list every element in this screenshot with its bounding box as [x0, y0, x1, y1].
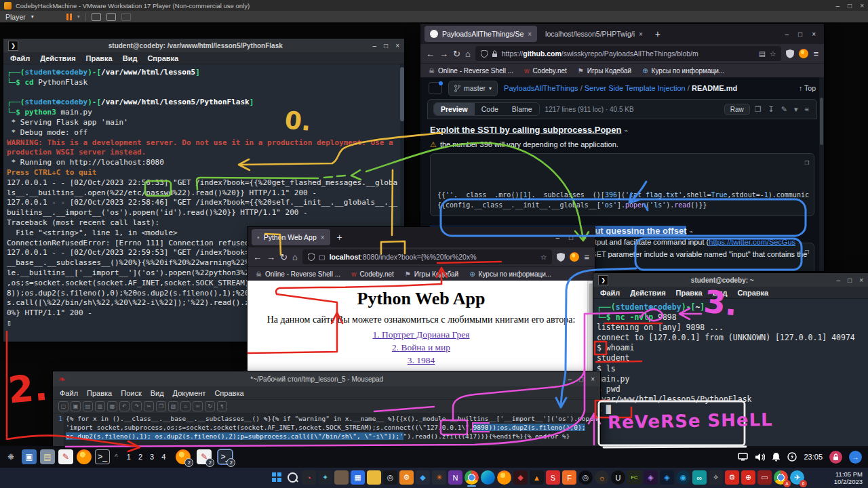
bookmark-item[interactable]: ⚑Игры Кодебай	[578, 67, 631, 75]
app-icon[interactable]: ◎	[383, 470, 397, 485]
reload-icon[interactable]: ↻	[280, 252, 288, 262]
app-icon[interactable]: ◎	[578, 470, 593, 485]
menu-item[interactable]: Правка	[86, 54, 113, 62]
minimize-icon[interactable]: –	[568, 375, 572, 383]
edit-caret-icon[interactable]: ▾	[792, 105, 800, 114]
app-icon[interactable]	[334, 470, 349, 485]
protections-shield-icon[interactable]	[786, 49, 794, 58]
url-bar[interactable]: ▢ localhost:8080/index?book={%%20for%20x…	[302, 249, 553, 264]
file-tree-toggle-icon[interactable]	[429, 82, 442, 94]
player-menu[interactable]: Player	[5, 13, 26, 21]
terminal-window-netcat[interactable]: ❯ student@codeby: ~ – □ × ФайлДействияПр…	[593, 273, 868, 446]
chrome-icon[interactable]: A	[774, 470, 788, 485]
app-icon[interactable]: ◈	[644, 470, 658, 485]
book-link[interactable]: 1. Портрет Дориана Грея	[248, 328, 595, 341]
minimize-icon[interactable]: –	[836, 2, 840, 9]
firefox-icon[interactable]: 2	[176, 449, 191, 464]
start-button[interactable]	[272, 472, 281, 482]
app-icon[interactable]: ▲	[530, 470, 544, 485]
outline-icon[interactable]: ≡	[803, 105, 811, 113]
fullscreen-icon[interactable]	[106, 13, 116, 21]
app-icon[interactable]: ▣	[22, 449, 37, 464]
app-icon[interactable]: ◆	[416, 470, 430, 485]
close-tab-icon[interactable]: ×	[528, 30, 532, 38]
send-ctrl-alt-del-icon[interactable]	[92, 13, 101, 21]
toolbar-icon[interactable]: ↷	[132, 401, 142, 411]
mousepad-window[interactable]: ❧ *~/Рабочий стол/tmp_lesson_5 - Mousepa…	[53, 371, 600, 446]
toolbar-icon[interactable]: ❐	[156, 401, 166, 411]
back-icon[interactable]: ←	[426, 49, 435, 59]
terminal-titlebar[interactable]: ❯ student@codeby: ~ – □ ×	[593, 273, 868, 287]
app-icon[interactable]: ✎	[58, 449, 73, 464]
app-icon[interactable]: ✳	[432, 470, 446, 485]
close-icon[interactable]: ×	[395, 42, 399, 49]
maximize-icon[interactable]: □	[848, 2, 852, 9]
toolbar-icon[interactable]: ∞	[193, 401, 203, 411]
file-tab-blame[interactable]: Blame	[505, 103, 539, 115]
back-icon[interactable]: ←	[253, 252, 262, 262]
terminal-output[interactable]: ┌──(student⊛codeby)-[~]└─$ nc -nvlp 9898…	[593, 299, 868, 446]
toolbar-icon[interactable]: ▤	[83, 401, 93, 411]
app-icon[interactable]: S	[546, 470, 560, 485]
twitter-link[interactable]: https://twitter.com/SecGus	[709, 238, 795, 246]
close-icon[interactable]: ×	[860, 2, 864, 9]
app-icon[interactable]: ▭	[757, 470, 772, 485]
pause-caret[interactable]: ▾	[77, 14, 80, 20]
firefox-icon[interactable]	[77, 449, 92, 464]
chrome-icon[interactable]	[465, 470, 479, 485]
toolbar-icon[interactable]: ▦	[107, 401, 117, 411]
file-tab-code[interactable]: Code	[475, 103, 505, 115]
firefox-account-icon[interactable]	[799, 49, 808, 58]
logout-button[interactable]: →	[849, 451, 862, 464]
maximize-icon[interactable]: □	[579, 375, 583, 383]
edge-icon[interactable]	[481, 470, 495, 485]
workspace-switcher[interactable]: 1 2 3 4	[127, 453, 169, 461]
app-icon[interactable]: ❈	[3, 449, 18, 464]
volume-icon[interactable]	[755, 453, 765, 462]
lock-screen-button[interactable]	[829, 451, 842, 464]
app-icon[interactable]: ✈6	[790, 470, 804, 485]
app-icon[interactable]: ▦	[351, 470, 365, 485]
mousepad-titlebar[interactable]: ❧ *~/Рабочий стол/tmp_lesson_5 - Mousepa…	[53, 371, 600, 386]
toolbar-icon[interactable]: ✂	[144, 401, 154, 411]
breadcrumb-folder[interactable]: Server Side Template Injection	[585, 84, 686, 92]
kali-clock[interactable]: 23:05	[804, 453, 823, 461]
edit-pencil-icon[interactable]: ✎	[779, 105, 789, 114]
app-icon[interactable]: N	[448, 470, 462, 485]
firefox-icon[interactable]	[497, 470, 511, 485]
maximize-icon[interactable]: □	[798, 30, 802, 38]
bookmark-item[interactable]: ⊕Курсы по информаци...	[469, 270, 551, 278]
app-icon[interactable]: >_	[95, 449, 110, 464]
close-icon[interactable]: ×	[812, 30, 816, 38]
protections-shield-icon[interactable]	[557, 253, 565, 262]
app-icon[interactable]: ◔	[302, 470, 316, 485]
app-icon[interactable]: ▤	[40, 449, 55, 464]
minimize-icon[interactable]: –	[556, 234, 560, 241]
maximize-icon[interactable]: □	[569, 234, 573, 241]
reader-mode-icon[interactable]: ▤	[759, 49, 766, 58]
app-icon[interactable]: ✎2	[197, 449, 212, 464]
menu-item[interactable]: Правка	[676, 289, 703, 297]
bookmark-item[interactable]: ⊕Курсы по информаци...	[642, 67, 724, 75]
toolbar-icon[interactable]: ▢	[58, 401, 68, 411]
copy-code-icon[interactable]: ❐	[804, 157, 809, 167]
anchor-link-icon[interactable]: ⌁	[689, 228, 693, 235]
maximize-icon[interactable]: □	[384, 42, 388, 49]
toolbar-icon[interactable]: ↻	[205, 401, 215, 411]
menu-item[interactable]: Поиск	[121, 389, 141, 397]
player-menu-caret[interactable]: ▾	[31, 14, 34, 20]
menu-item[interactable]: Правка	[87, 389, 112, 397]
app-icon[interactable]	[367, 470, 381, 485]
terminal-titlebar[interactable]: ❯ student@codeby: /var/www/html/lesson5/…	[3, 39, 404, 52]
editor-text[interactable]: {% for x in ().__class__.__base__.__subc…	[64, 413, 600, 446]
app-icon[interactable]: ⚙	[399, 470, 414, 485]
book-link[interactable]: 2. Война и мир	[248, 341, 595, 354]
forward-icon[interactable]: →	[439, 49, 448, 59]
mousepad-editor[interactable]: 1 {% for x in ().__class__.__base__.__su…	[53, 413, 600, 446]
pause-button[interactable]	[66, 14, 72, 20]
back-to-top-link[interactable]: ↑ Top	[799, 84, 816, 92]
forward-icon[interactable]: →	[267, 252, 275, 262]
menu-item[interactable]: Справка	[737, 289, 768, 297]
app-icon[interactable]: ☼	[595, 470, 609, 485]
menu-item[interactable]: Действия	[40, 54, 75, 62]
